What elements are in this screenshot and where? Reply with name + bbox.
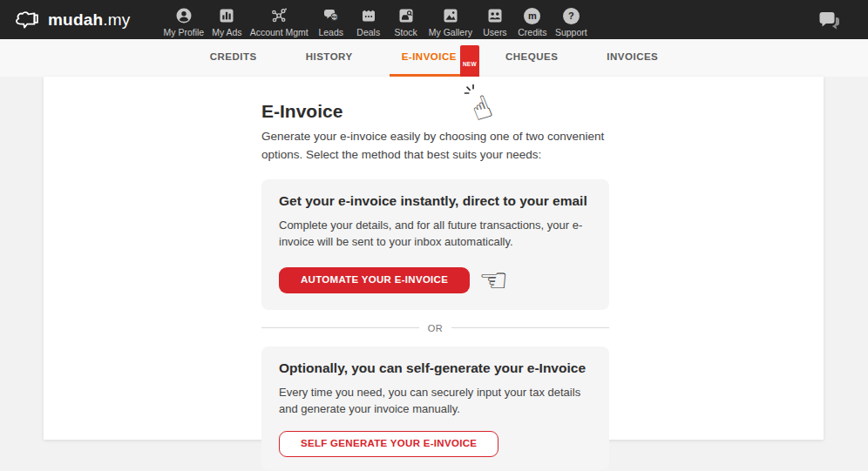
profile-icon [175,7,193,24]
or-divider: OR [261,323,609,333]
nav-item-support[interactable]: ? Support [555,2,587,37]
chat-button[interactable] [817,10,842,30]
nav-item-label: My Ads [212,27,241,37]
top-navbar: mudah.my My Profile My A [0,0,868,39]
nav-item-credits[interactable]: m Credits [518,2,547,37]
network-icon [270,7,288,24]
automate-option-title: Get your e-invoice instantly, direct to … [279,193,592,209]
pointing-hand-icon: ☜ [478,264,508,297]
automate-e-invoice-button[interactable]: AUTOMATE YOUR E-INVOICE [279,267,470,293]
nav-item-my-gallery[interactable]: My Gallery [429,2,472,37]
mudah-logo-icon [14,9,42,31]
nav-item-label: Leads [318,27,343,37]
page-title: E-Invoice [261,101,609,122]
photo-icon [442,7,459,24]
self-generate-option-title: Optionally, you can self-generate your e… [279,360,592,376]
nav-item-leads[interactable]: RM Leads [316,2,346,37]
chat-leads-icon: RM [322,7,340,24]
nav-item-my-profile[interactable]: My Profile [164,2,205,37]
e-invoice-card: E-Invoice Generate your e-invoice easily… [44,77,824,440]
tab-bar: CREDITS HISTORY E-INVOICE NEW CHEQUES IN… [0,39,868,77]
self-generate-e-invoice-button[interactable]: SELF GENERATE YOUR E-INVOICE [279,431,498,457]
tab-invoices[interactable]: INVOICES [594,39,670,77]
nav-item-label: Account Mgmt [250,27,309,37]
tab-cheques[interactable]: CHEQUES [493,39,570,77]
nav-item-label: Credits [518,27,546,37]
automate-option-description: Complete your details, and for all futur… [279,217,592,251]
tab-label: E-INVOICE [402,51,457,62]
chat-icon [817,10,842,30]
svg-text:RM: RM [331,16,336,19]
credits-icon: m [524,7,540,24]
tab-credits[interactable]: CREDITS [198,39,269,77]
nav-item-label: Deals [356,27,380,37]
nav-item-label: Support [555,27,587,37]
nav-item-label: My Profile [164,27,205,37]
self-generate-option-card: Optionally, you can self-generate your e… [261,347,609,470]
nav-item-deals[interactable]: Deals [354,2,383,37]
page-intro: Generate your e-invoice easily by choosi… [261,128,609,165]
nav-item-label: My Gallery [429,27,472,37]
self-generate-option-description: Every time you need, you can securely in… [279,384,592,418]
or-divider-label: OR [428,323,444,333]
nav-item-users[interactable]: Users [480,2,510,37]
nav-item-label: Stock [395,27,417,37]
nav-item-stock[interactable]: Stock [391,2,421,37]
page-background: E-Invoice Generate your e-invoice easily… [0,77,868,471]
users-icon [486,7,504,24]
car-search-icon [397,7,415,24]
coupon-icon [360,7,377,24]
nav-item-label: Users [483,27,506,37]
tab-e-invoice[interactable]: E-INVOICE NEW [390,39,469,77]
tab-history[interactable]: HISTORY [294,39,365,77]
support-icon: ? [563,7,580,24]
brand-wordmark: mudah.my [48,10,131,30]
automate-option-card: Get your e-invoice instantly, direct to … [261,179,609,310]
nav-item-account-mgmt[interactable]: Account Mgmt [250,2,309,37]
nav-item-my-ads[interactable]: My Ads [212,2,241,37]
navbar-menu: My Profile My Ads [164,2,587,37]
mudah-logo[interactable]: mudah.my [14,9,131,31]
bar-chart-icon [218,7,235,24]
